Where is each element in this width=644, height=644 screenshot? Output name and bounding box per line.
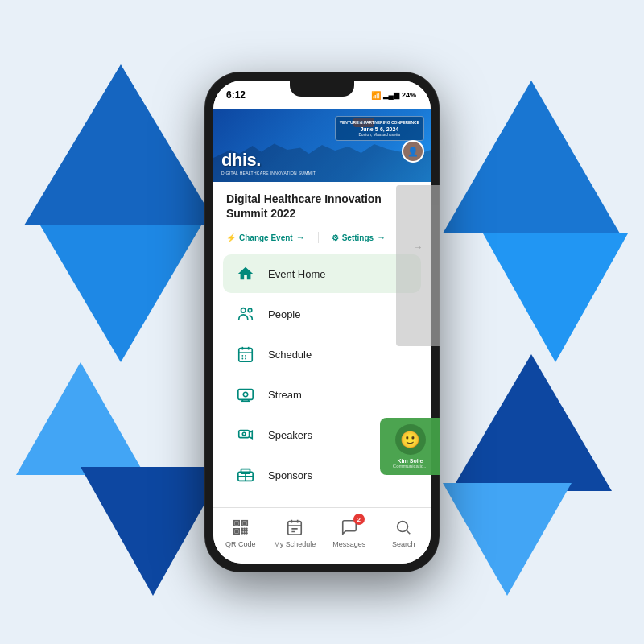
event-home-label: Event Home [268, 268, 326, 280]
svg-rect-15 [239, 431, 250, 438]
nav-search[interactable]: Search [377, 517, 431, 548]
banner-dhis-title: dhis. [221, 150, 316, 171]
profile-role-hint: Communicatio... [385, 464, 436, 469]
status-time: 6:12 [226, 89, 246, 101]
change-event-link[interactable]: ⚡ Change Event → [226, 233, 305, 242]
menu-item-event-home[interactable]: Event Home [223, 254, 421, 293]
nav-my-schedule[interactable]: My Schedule [268, 517, 323, 548]
menu-item-schedule[interactable]: Schedule [223, 335, 421, 374]
sponsors-label: Sponsors [268, 469, 312, 481]
triangle-6 [483, 233, 628, 362]
svg-point-42 [398, 522, 408, 532]
my-schedule-label: My Schedule [274, 540, 316, 548]
qr-code-icon [229, 517, 253, 538]
phone-device: 6:12 📶 ▂▄▆ 24% dhis. DIGITAL HEALTHCARE … [205, 72, 439, 572]
people-label: People [268, 308, 300, 320]
svg-rect-25 [243, 522, 246, 525]
messages-label: Messages [332, 540, 365, 548]
event-title: Digital Healthcare Innovation Summit 202… [226, 192, 418, 221]
qr-code-label: QR Code [225, 540, 256, 548]
settings-link[interactable]: ⚙ Settings → [332, 233, 386, 242]
lightning-icon: ⚡ [226, 233, 236, 242]
signal-icon: ▂▄▆ [383, 91, 399, 99]
svg-point-16 [242, 433, 246, 436]
messages-icon: 2 [337, 517, 361, 538]
bottom-navigation: QR Code [213, 507, 431, 564]
triangle-3 [16, 362, 145, 475]
event-banner: dhis. DIGITAL HEALTHCARE INNOVATION SUMM… [213, 109, 431, 182]
nav-qr-code[interactable]: QR Code [213, 517, 268, 548]
banner-text-block: dhis. DIGITAL HEALTHCARE INNOVATION SUMM… [221, 150, 316, 175]
triangle-1 [24, 64, 217, 225]
svg-point-1 [248, 309, 252, 313]
svg-point-14 [243, 393, 248, 398]
my-schedule-icon [283, 517, 307, 538]
profile-avatar-hint: 🙂 [395, 424, 426, 455]
svg-rect-10 [238, 390, 253, 400]
event-location: Boston, Massachusetts [340, 132, 419, 137]
svg-rect-24 [235, 522, 237, 525]
sponsors-icon [234, 464, 257, 486]
settings-icon: ⚙ [332, 233, 339, 242]
svg-rect-36 [288, 522, 302, 535]
svg-rect-26 [235, 530, 237, 533]
banner-subtitle: DIGITAL HEALTHCARE INNOVATION SUMMIT [221, 171, 316, 175]
search-nav-icon [391, 517, 415, 538]
svg-rect-2 [239, 349, 253, 362]
messages-badge: 2 [353, 514, 365, 525]
speakers-label: Speakers [268, 429, 312, 441]
svg-point-0 [242, 308, 246, 313]
nav-messages[interactable]: 2 Messages [322, 517, 377, 548]
battery-icon: 24% [402, 91, 416, 99]
status-icons: 📶 ▂▄▆ 24% [371, 91, 416, 100]
stream-label: Stream [268, 389, 302, 401]
menu-item-people[interactable]: People [223, 295, 421, 333]
triangle-8 [443, 483, 572, 596]
triangle-5 [443, 80, 620, 233]
conference-type: Venture & Partnering Conference [340, 120, 419, 125]
action-divider [318, 232, 319, 243]
schedule-label: Schedule [268, 349, 312, 361]
people-icon [234, 303, 257, 325]
profile-card-hint: 🙂 Kim Solie Communicatio... [380, 418, 440, 475]
speakers-icon [234, 423, 257, 446]
schedule-icon [234, 343, 257, 365]
avatar[interactable]: 👤 [402, 140, 424, 163]
stream-icon [234, 383, 257, 406]
change-event-label: Change Event [239, 233, 293, 242]
change-event-arrow: → [296, 233, 305, 242]
home-icon [234, 262, 257, 285]
date-badge: Venture & Partnering Conference June 5-6… [335, 116, 424, 141]
side-panel: → [396, 185, 440, 346]
triangle-4 [80, 467, 225, 596]
phone-notch [290, 80, 354, 97]
triangle-7 [451, 354, 612, 491]
svg-line-43 [407, 530, 411, 534]
triangle-2 [40, 225, 201, 362]
search-label: Search [392, 540, 415, 548]
profile-name-hint: Kim Solie [385, 458, 436, 464]
wifi-icon: 📶 [371, 91, 381, 100]
event-date: June 5-6, 2024 [340, 126, 419, 132]
settings-arrow: → [377, 233, 386, 242]
menu-item-stream[interactable]: Stream [223, 375, 421, 414]
side-arrow-icon: → [414, 242, 423, 253]
settings-label: Settings [342, 233, 374, 242]
